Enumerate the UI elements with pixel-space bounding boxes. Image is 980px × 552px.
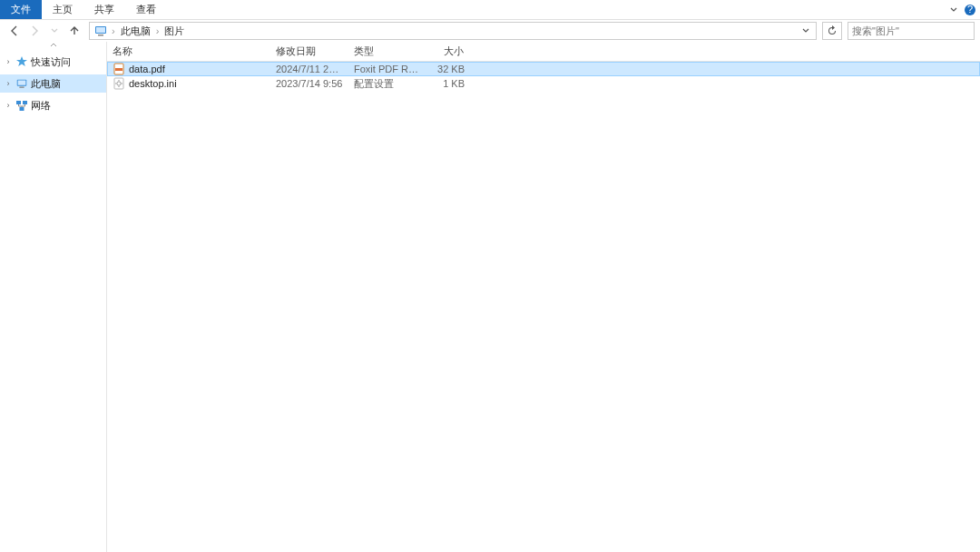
breadcrumb[interactable]: › 此电脑 › 图片 <box>89 22 817 40</box>
chevron-right-icon[interactable]: › <box>4 57 13 66</box>
file-row[interactable]: data.pdf 2024/7/11 21:24 Foxit PDF Reade… <box>107 62 980 76</box>
chevron-right-icon[interactable]: › <box>4 101 13 110</box>
sidebar-tree: › 快速访问 › 此电脑 › 网络 <box>0 42 107 552</box>
column-headers: 名称 修改日期 类型 大小 <box>107 42 980 62</box>
search-box[interactable] <box>848 22 975 40</box>
file-date: 2024/7/11 21:24 <box>270 64 348 74</box>
sidebar-item-label: 此电脑 <box>31 77 61 91</box>
svg-rect-3 <box>96 27 105 33</box>
sidebar-item-quickaccess[interactable]: › 快速访问 <box>0 53 106 71</box>
breadcrumb-dropdown-icon[interactable] <box>798 26 814 35</box>
chevron-right-icon[interactable]: › <box>154 25 162 36</box>
file-type: 配置设置 <box>348 77 426 91</box>
file-name: data.pdf <box>129 64 165 74</box>
back-button[interactable] <box>5 22 24 40</box>
navigation-bar: › 此电脑 › 图片 <box>0 20 980 42</box>
svg-rect-8 <box>18 81 26 85</box>
pc-icon <box>15 76 29 91</box>
ribbon-tab-home[interactable]: 主页 <box>42 0 83 19</box>
file-date: 2023/7/14 9:56 <box>270 78 348 89</box>
svg-rect-14 <box>115 68 122 71</box>
pdf-file-icon <box>113 63 125 75</box>
network-icon <box>15 98 29 113</box>
svg-rect-11 <box>23 101 27 104</box>
column-header-size[interactable]: 大小 <box>426 44 474 58</box>
sidebar-item-label: 网络 <box>31 99 51 113</box>
main-area: › 快速访问 › 此电脑 › 网络 名称 修改日期 类型 <box>0 42 980 552</box>
svg-rect-10 <box>16 101 21 104</box>
chevron-right-icon[interactable]: › <box>110 25 117 36</box>
file-list: 名称 修改日期 类型 大小 data.pdf 2024/7/11 21:24 F… <box>107 42 980 552</box>
svg-rect-12 <box>20 107 24 111</box>
chevron-right-icon[interactable]: › <box>4 79 13 88</box>
svg-rect-4 <box>98 34 103 36</box>
star-icon <box>15 54 29 69</box>
breadcrumb-segment-0[interactable]: 此电脑 <box>117 25 154 38</box>
ribbon-expand-icon[interactable] <box>949 5 958 15</box>
file-size: 1 KB <box>426 78 474 89</box>
ini-file-icon <box>113 77 125 90</box>
svg-text:?: ? <box>967 4 973 15</box>
ribbon-tab-file[interactable]: 文件 <box>0 0 42 19</box>
column-header-name[interactable]: 名称 <box>107 44 270 58</box>
ribbon-tab-view[interactable]: 查看 <box>125 0 167 19</box>
breadcrumb-segment-1[interactable]: 图片 <box>161 25 188 38</box>
file-name: desktop.ini <box>129 78 177 89</box>
forward-button[interactable] <box>25 22 44 40</box>
sidebar-item-network[interactable]: › 网络 <box>0 96 106 114</box>
file-row[interactable]: desktop.ini 2023/7/14 9:56 配置设置 1 KB <box>107 76 980 91</box>
sidebar-item-label: 快速访问 <box>31 55 71 69</box>
svg-rect-9 <box>19 87 24 88</box>
search-input[interactable] <box>852 25 977 36</box>
up-button[interactable] <box>65 22 83 40</box>
file-size: 32 KB <box>426 64 474 74</box>
file-type: Foxit PDF Reade... <box>348 64 426 74</box>
column-header-type[interactable]: 类型 <box>348 44 426 58</box>
refresh-button[interactable] <box>822 22 842 40</box>
pc-icon <box>93 24 108 38</box>
help-icon[interactable]: ? <box>964 4 976 16</box>
ribbon-tab-share[interactable]: 共享 <box>83 0 125 19</box>
column-header-date[interactable]: 修改日期 <box>270 44 348 58</box>
sidebar-item-thispc[interactable]: › 此电脑 <box>0 74 106 93</box>
recent-dropdown-icon[interactable] <box>45 22 64 40</box>
ribbon-tabs: 文件 主页 共享 查看 ? <box>0 0 980 20</box>
sidebar-collapse-icon[interactable] <box>0 41 106 50</box>
